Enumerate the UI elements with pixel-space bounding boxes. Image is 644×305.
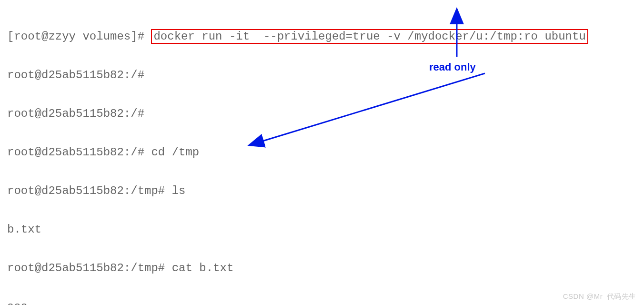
watermark: CSDN @Mr_代码先生 [563, 292, 636, 301]
terminal-line: root@d25ab5115b82:/# [7, 107, 637, 120]
annotation-read-only-label: read only [429, 61, 476, 73]
terminal-line: root@d25ab5115b82:/tmp# ls [7, 184, 637, 197]
prompt: [root@zzyy volumes]# [7, 30, 151, 43]
terminal-block: [root@zzyy volumes]# docker run -it --pr… [6, 4, 638, 305]
terminal-line: root@d25ab5115b82:/# [7, 69, 637, 81]
annotation-arrows [6, 4, 559, 162]
terminal-line: root@d25ab5115b82:/# cd /tmp [7, 146, 637, 159]
terminal-line: b.txt [7, 223, 637, 236]
terminal-line: [root@zzyy volumes]# docker run -it --pr… [7, 30, 637, 43]
terminal-line: root@d25ab5115b82:/tmp# cat b.txt [7, 262, 637, 274]
terminal-line: aaa [7, 300, 637, 305]
highlight-docker-cmd: docker run -it --privileged=true -v /myd… [151, 29, 588, 44]
